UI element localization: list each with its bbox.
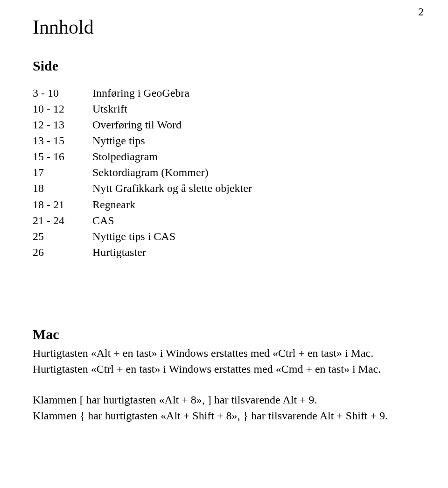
mac-heading: Mac (33, 326, 415, 342)
toc-title: Utskrift (92, 101, 415, 117)
toc-title: CAS (92, 212, 415, 228)
spacer (33, 377, 415, 392)
toc-title: Sektordiagram (Kommer) (92, 164, 415, 180)
toc-title: Hurtigtaster (92, 244, 415, 260)
mac-line-1: Hurtigtasten «Alt + en tast» i Windows e… (33, 345, 415, 361)
toc-page-range: 25 (33, 228, 92, 244)
toc-row: 26 Hurtigtaster (33, 244, 415, 260)
toc-page-range: 18 - 21 (33, 197, 92, 212)
toc-title: Overføring til Word (92, 117, 415, 133)
toc-page-range: 17 (33, 164, 92, 180)
toc-row: 15 - 16 Stolpediagram (33, 149, 415, 164)
toc-row: 3 - 10 Innføring i GeoGebra (33, 85, 415, 101)
toc-page-range: 26 (33, 244, 92, 260)
toc-title: Stolpediagram (92, 149, 415, 164)
table-of-contents: 3 - 10 Innføring i GeoGebra 10 - 12 Utsk… (33, 85, 415, 260)
toc-page-range: 13 - 15 (33, 133, 92, 149)
toc-row: 18 - 21 Regneark (33, 197, 415, 212)
toc-page-range: 18 (33, 180, 92, 196)
toc-page-range: 3 - 10 (33, 85, 92, 101)
page-number: 2 (418, 6, 424, 18)
toc-page-range: 10 - 12 (33, 101, 92, 117)
toc-row: 12 - 13 Overføring til Word (33, 117, 415, 133)
document-title: Innhold (33, 16, 415, 38)
toc-title: Nytt Grafikkark og å slette objekter (92, 180, 415, 196)
toc-title: Regneark (92, 197, 415, 212)
toc-title: Innføring i GeoGebra (92, 85, 415, 101)
toc-row: 25 Nyttige tips i CAS (33, 228, 415, 244)
toc-row: 17 Sektordiagram (Kommer) (33, 164, 415, 180)
side-label: Side (33, 58, 415, 74)
toc-row: 13 - 15 Nyttige tips (33, 133, 415, 149)
mac-line-2: Hurtigtasten «Ctrl + en tast» i Windows … (33, 361, 415, 377)
toc-row: 21 - 24 CAS (33, 212, 415, 228)
toc-page-range: 15 - 16 (33, 149, 92, 164)
toc-page-range: 21 - 24 (33, 212, 92, 228)
toc-title: Nyttige tips i CAS (92, 228, 415, 244)
toc-page-range: 12 - 13 (33, 117, 92, 133)
toc-row: 10 - 12 Utskrift (33, 101, 415, 117)
mac-line-4: Klammen { har hurtigtasten «Alt + Shift … (33, 408, 415, 424)
toc-row: 18 Nytt Grafikkark og å slette objekter (33, 180, 415, 196)
toc-title: Nyttige tips (92, 133, 415, 149)
mac-line-3: Klammen [ har hurtigtasten «Alt + 8», ] … (33, 392, 415, 408)
document-page: 2 Innhold Side 3 - 10 Innføring i GeoGeb… (0, 0, 448, 488)
